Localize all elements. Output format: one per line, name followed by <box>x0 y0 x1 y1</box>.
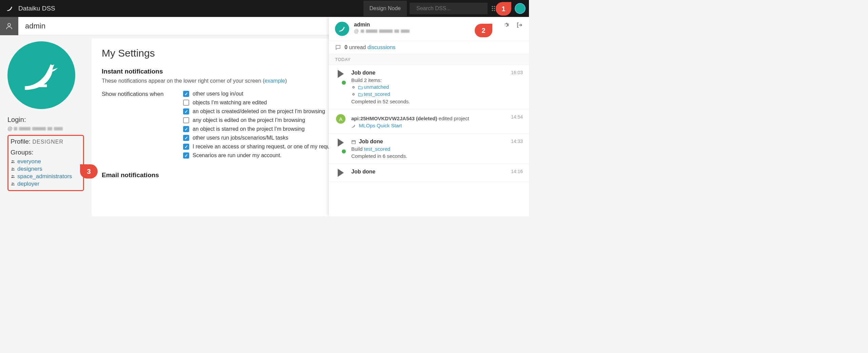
checkbox[interactable] <box>183 91 189 97</box>
project-link[interactable]: MLOps Quick Start <box>359 123 402 128</box>
svg-rect-14 <box>34 84 47 87</box>
checkbox[interactable] <box>183 135 189 141</box>
notification-item[interactable]: Job done Build test_scored Completed in … <box>329 134 529 164</box>
item-title: Job done <box>351 169 506 175</box>
checkbox[interactable] <box>183 108 189 115</box>
group-item[interactable]: deployer <box>11 181 81 187</box>
group-item[interactable]: space_administrators <box>11 173 81 180</box>
panel-avatar <box>335 22 349 36</box>
profile-groups-highlight-box: Profile: DESIGNER Groups: everyone desig… <box>7 135 84 191</box>
item-time: 14:54 <box>511 114 523 129</box>
users-icon <box>11 167 15 171</box>
callout-3: 3 <box>80 164 98 179</box>
logout-icon[interactable] <box>516 22 523 30</box>
checkbox[interactable] <box>183 152 189 159</box>
item-time: 14:16 <box>511 169 523 177</box>
svg-point-2 <box>492 6 493 7</box>
login-value: @ <box>7 126 84 131</box>
item-time: 14:33 <box>511 139 523 159</box>
bird-logo-icon <box>6 5 14 12</box>
calendar-icon <box>351 140 356 144</box>
discussions-link[interactable]: discussions <box>368 44 396 50</box>
profile-value: DESIGNER <box>32 139 63 145</box>
user-section-icon <box>0 17 18 35</box>
play-icon <box>338 139 344 147</box>
subheader-username: admin <box>18 22 346 30</box>
user-avatar-button[interactable] <box>515 3 526 14</box>
group-item[interactable]: everyone <box>11 158 81 165</box>
users-icon <box>11 182 15 186</box>
notification-panel: admin @ 2 0 un <box>329 17 529 216</box>
search-box[interactable] <box>410 3 488 14</box>
folder-icon <box>358 85 363 89</box>
svg-point-21 <box>12 183 13 184</box>
settings-gear-icon[interactable] <box>502 22 509 30</box>
item-title: Job done <box>351 139 506 145</box>
group-item[interactable]: designers <box>11 166 81 172</box>
checkbox[interactable] <box>183 100 189 106</box>
profile-avatar <box>7 41 75 109</box>
svg-point-22 <box>13 183 14 184</box>
panel-today-label: TODAY <box>329 54 529 65</box>
search-input[interactable] <box>416 5 484 12</box>
item-title: Job done <box>351 70 506 76</box>
example-link[interactable]: example <box>264 78 285 84</box>
app-title: Dataiku DSS <box>18 5 55 12</box>
design-node-label[interactable]: Design Node <box>363 1 407 16</box>
checkbox[interactable] <box>183 117 189 123</box>
callout-2: 2 <box>475 24 492 37</box>
checkbox[interactable] <box>183 126 189 132</box>
svg-rect-23 <box>352 141 356 144</box>
svg-point-17 <box>12 168 13 169</box>
folder-icon <box>358 92 363 97</box>
bird-icon <box>351 124 356 128</box>
callout-1: 1 <box>496 2 511 16</box>
svg-point-9 <box>494 10 495 11</box>
chat-icon <box>335 44 341 50</box>
item-link[interactable]: test_scored <box>364 146 391 152</box>
item-link[interactable]: test_scored <box>364 91 390 97</box>
svg-point-19 <box>12 175 13 176</box>
show-when-label: Show notifications when <box>102 91 183 98</box>
item-time: 16:03 <box>511 70 523 104</box>
item-link[interactable]: unmatched <box>364 84 389 90</box>
svg-point-5 <box>492 8 493 9</box>
play-icon <box>338 169 344 177</box>
checkbox[interactable] <box>183 144 189 150</box>
users-icon <box>11 174 15 179</box>
svg-point-15 <box>12 160 13 162</box>
svg-point-20 <box>13 175 14 176</box>
play-icon <box>338 70 344 78</box>
svg-point-16 <box>13 161 14 162</box>
status-success-dot <box>342 149 346 153</box>
svg-point-6 <box>494 8 495 9</box>
notification-item[interactable]: Job done 14:16 <box>329 164 529 182</box>
svg-point-18 <box>13 168 14 169</box>
profile-row: Profile: DESIGNER <box>11 138 81 145</box>
notification-item[interactable]: A api:25HMOVKDVW2JA543 (deleted) edited … <box>329 109 529 134</box>
svg-point-13 <box>8 23 11 26</box>
panel-header: admin @ <box>329 17 529 41</box>
panel-discussions: 0 unread discussions <box>329 41 529 54</box>
logo-area: Dataiku DSS <box>0 5 61 12</box>
svg-point-3 <box>494 6 495 7</box>
login-label: Login: <box>7 116 84 124</box>
status-success-dot <box>342 81 346 85</box>
sidebar: Login: @ Profile: DESIGNER Groups: every… <box>0 35 92 216</box>
groups-label: Groups: <box>11 149 81 156</box>
topbar: Dataiku DSS Design Node ? <box>0 0 529 17</box>
notification-item[interactable]: Job done Build 2 items: unmatched test_s… <box>329 65 529 109</box>
svg-point-8 <box>492 10 493 11</box>
users-icon <box>11 159 15 164</box>
api-avatar-icon: A <box>336 114 346 124</box>
